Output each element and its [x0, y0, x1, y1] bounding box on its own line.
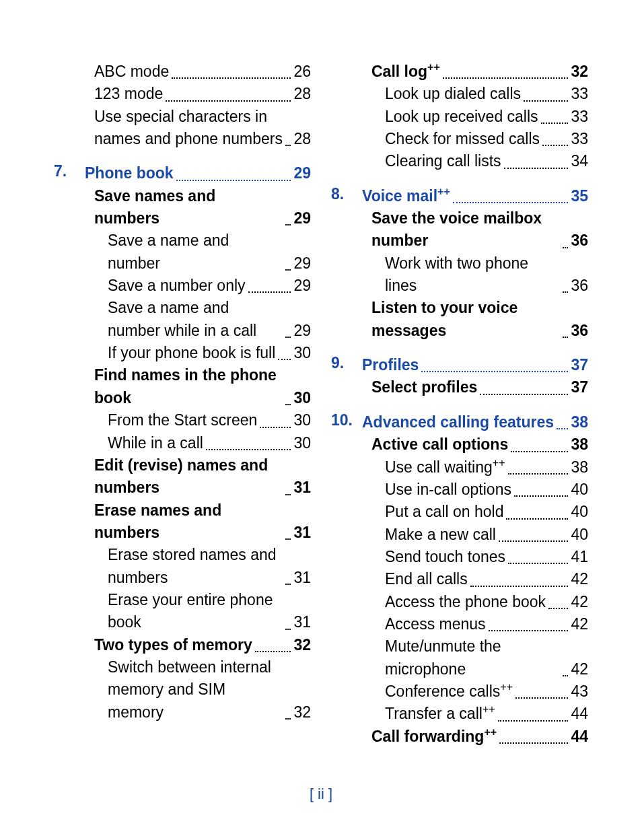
toc-entry[interactable]: ABC mode26 — [54, 61, 311, 83]
toc-entry[interactable]: Work with two phone lines36 — [331, 252, 588, 298]
toc-page-number: 36 — [571, 275, 588, 297]
toc-entry[interactable]: While in a call30 — [54, 432, 311, 454]
toc-label: Send touch tones — [385, 546, 505, 568]
toc-entry[interactable]: Edit (revise) names and numbers31 — [54, 454, 311, 499]
toc-entry[interactable]: Active call options38 — [331, 433, 588, 456]
toc-label: Access menus — [385, 613, 486, 635]
toc-label: While in a call — [108, 432, 203, 454]
toc-entry[interactable]: Access the phone book42 — [331, 591, 588, 613]
toc-entry[interactable]: Listen to your voice messages36 — [331, 297, 588, 342]
toc-entry[interactable]: Save a name and number29 — [54, 230, 311, 275]
toc-page-number: 32 — [571, 61, 588, 83]
toc-entry[interactable]: Use special characters in names and phon… — [54, 106, 311, 151]
toc-entry[interactable]: Select profiles37 — [331, 376, 588, 398]
toc-entry[interactable]: Access menus42 — [331, 613, 588, 635]
toc-entry[interactable]: Check for missed calls33 — [331, 128, 588, 150]
toc-page-number: 42 — [571, 591, 588, 613]
toc-page-number: 43 — [571, 680, 588, 703]
dot-leader — [255, 650, 291, 652]
toc-page-number: 29 — [293, 320, 311, 342]
toc-entry[interactable]: Save a number only29 — [54, 275, 311, 297]
dot-leader — [515, 697, 568, 699]
toc-entry[interactable]: Call forwarding++44 — [331, 726, 588, 748]
toc-entry[interactable]: 10.Advanced calling features38 — [331, 411, 588, 433]
dot-leader — [285, 583, 291, 585]
toc-label: Save a name and number — [108, 230, 283, 275]
sup-marker: ++ — [437, 185, 450, 197]
toc-entry[interactable]: Transfer a call++44 — [331, 703, 588, 725]
toc-page-number: 34 — [571, 150, 588, 172]
toc-page-number: 37 — [571, 354, 588, 376]
dot-leader — [285, 493, 291, 495]
chapter-number: 9. — [331, 354, 362, 372]
toc-label: ABC mode — [94, 61, 169, 83]
toc-label: Edit (revise) names and numbers — [94, 454, 283, 499]
toc-entry[interactable]: End all calls42 — [331, 568, 588, 590]
toc-entry[interactable]: Put a call on hold40 — [331, 501, 588, 523]
toc-entry[interactable]: Erase stored names and numbers31 — [54, 544, 311, 589]
dot-leader — [278, 358, 291, 360]
toc-entry[interactable]: 9.Profiles37 — [331, 354, 588, 376]
toc-entry[interactable]: From the Start screen30 — [54, 409, 311, 431]
toc-entry[interactable]: Make a new call40 — [331, 524, 588, 546]
toc-page-number: 31 — [293, 567, 311, 589]
dot-leader — [285, 538, 291, 540]
dot-leader — [285, 718, 291, 720]
chapter-number: 10. — [331, 411, 362, 429]
toc-entry[interactable]: Send touch tones41 — [331, 546, 588, 568]
toc-label: Use call waiting++ — [385, 456, 505, 479]
dot-leader — [248, 291, 291, 293]
toc-page-number: 31 — [293, 611, 311, 633]
dot-leader — [504, 167, 569, 169]
dot-leader — [285, 144, 291, 146]
sup-marker: ++ — [500, 680, 513, 693]
toc-page-number: 33 — [571, 83, 588, 105]
dot-leader — [480, 393, 568, 395]
toc-label: Phone book — [85, 162, 174, 184]
toc-page-number: 40 — [571, 524, 588, 546]
dot-leader — [498, 720, 569, 722]
toc-label: Two types of memory — [94, 634, 252, 656]
toc-page-number: 30 — [293, 342, 311, 364]
toc-label: Mute/unmute the microphone — [385, 635, 560, 680]
toc-page-number: 33 — [571, 106, 588, 128]
toc-label: Clearing call lists — [385, 150, 501, 172]
toc-page-number: 30 — [293, 432, 311, 454]
toc-label: Work with two phone lines — [385, 252, 560, 298]
toc-entry[interactable]: Clearing call lists34 — [331, 150, 588, 172]
toc-label: Find names in the phone book — [94, 364, 283, 409]
toc-entry[interactable]: Save the voice mailbox number36 — [331, 207, 588, 252]
toc-entry[interactable]: Erase names and numbers31 — [54, 499, 311, 545]
dot-leader — [511, 450, 568, 452]
toc-page-number: 26 — [293, 61, 311, 83]
toc-entry[interactable]: Switch between internal memory and SIM m… — [54, 656, 311, 724]
toc-entry[interactable]: 123 mode28 — [54, 83, 311, 105]
toc-entry[interactable]: Two types of memory32 — [54, 634, 311, 656]
page-folio: [ ii ] — [0, 785, 642, 803]
toc-entry[interactable]: Mute/unmute the microphone42 — [331, 635, 588, 680]
toc-label: Use special characters in names and phon… — [94, 106, 283, 151]
toc-page-number: 29 — [293, 252, 311, 275]
toc-entry[interactable]: Call log++32 — [331, 61, 588, 83]
toc-entry[interactable]: Save a name and number while in a call29 — [54, 297, 311, 342]
toc-page-number: 30 — [293, 409, 311, 431]
toc-entry[interactable]: If your phone book is full30 — [54, 342, 311, 364]
toc-entry[interactable]: Look up received calls33 — [331, 106, 588, 128]
dot-leader — [470, 585, 569, 587]
toc-label: Voice mail++ — [362, 185, 450, 207]
toc-entry[interactable]: Find names in the phone book30 — [54, 364, 311, 409]
sup-marker: ++ — [493, 456, 505, 468]
toc-entry[interactable]: Save names and numbers29 — [54, 185, 311, 230]
toc-label: Profiles — [362, 354, 419, 376]
toc-entry[interactable]: Look up dialed calls33 — [331, 83, 588, 105]
toc-entry[interactable]: Conference calls++43 — [331, 680, 588, 703]
dot-leader — [506, 518, 568, 520]
dot-leader — [285, 403, 291, 405]
sup-marker: ++ — [484, 726, 497, 738]
toc-entry[interactable]: Use in-call options40 — [331, 479, 588, 501]
toc-entry[interactable]: 7.Phone book29 — [54, 162, 311, 184]
toc-entry[interactable]: Use call waiting++38 — [331, 456, 588, 479]
toc-entry[interactable]: Erase your entire phone book31 — [54, 589, 311, 634]
toc-entry[interactable]: 8.Voice mail++35 — [331, 185, 588, 207]
dot-leader — [557, 427, 568, 429]
